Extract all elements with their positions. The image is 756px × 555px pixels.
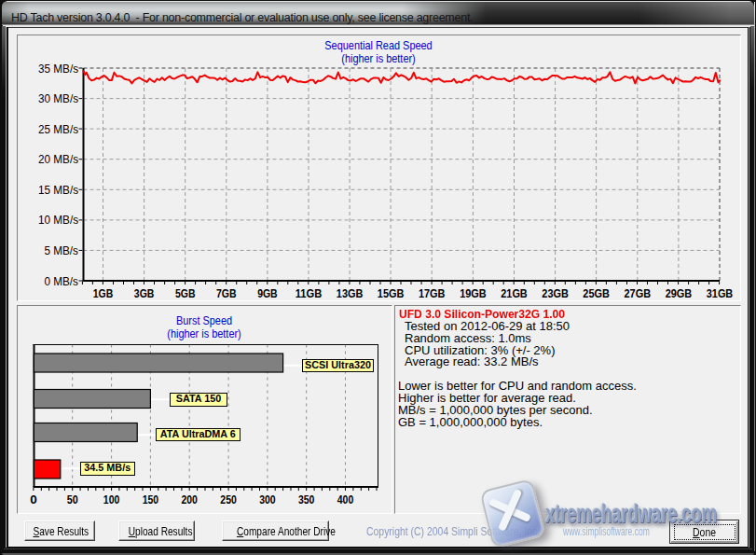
svg-text:200: 200 [181, 493, 198, 506]
svg-text:250: 250 [220, 493, 237, 506]
svg-text:400: 400 [337, 493, 354, 506]
svg-text:0: 0 [30, 493, 37, 506]
svg-text:150: 150 [143, 493, 159, 506]
svg-text:350: 350 [298, 493, 315, 506]
svg-text:50: 50 [67, 493, 78, 506]
svg-text:300: 300 [259, 493, 276, 506]
svg-text:100: 100 [103, 493, 120, 506]
